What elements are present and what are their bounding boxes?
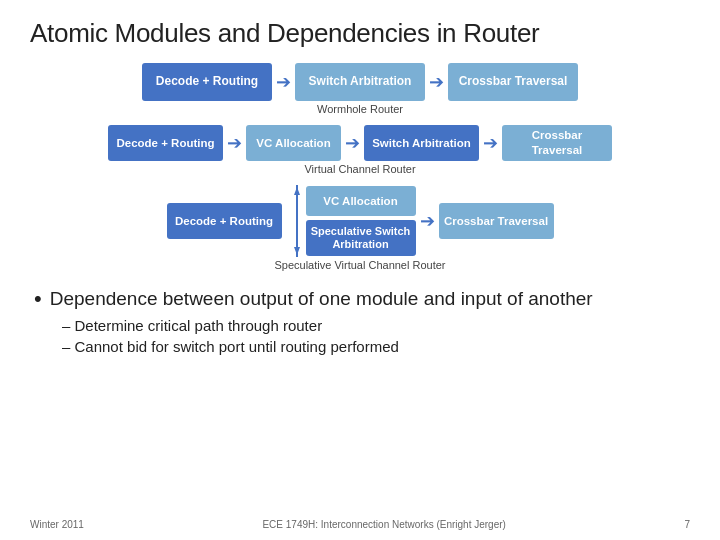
spec-switch-box: Speculative Switch Arbitration xyxy=(306,220,416,256)
vc-cross-box: Crossbar Traversal xyxy=(502,125,612,161)
arrow-2: ➔ xyxy=(425,71,448,93)
arrow-5: ➔ xyxy=(479,132,502,154)
footer-center: ECE 1749H: Interconnection Networks (Enr… xyxy=(262,519,505,530)
spec-row: Decode + Routing VC Allocation Speculati… xyxy=(30,185,690,257)
arrow-3: ➔ xyxy=(223,132,246,154)
arrow-4: ➔ xyxy=(341,132,364,154)
arrow-7: ➔ xyxy=(416,210,439,232)
spec-label: Speculative Virtual Channel Router xyxy=(30,259,690,271)
bullets-section: • Dependence between output of one modul… xyxy=(30,287,690,357)
spec-cross-box: Crossbar Traversal xyxy=(439,203,554,239)
spec-vc-box: VC Allocation xyxy=(306,186,416,216)
footer: Winter 2011 ECE 1749H: Interconnection N… xyxy=(30,515,690,530)
bullet-sub-2: – Cannot bid for switch port until routi… xyxy=(62,336,690,357)
footer-left: Winter 2011 xyxy=(30,519,84,530)
svg-marker-2 xyxy=(294,247,300,255)
bullet-dot: • xyxy=(34,287,42,311)
bullet-sub-1: – Determine critical path through router xyxy=(62,315,690,336)
slide: Atomic Modules and Dependencies in Route… xyxy=(0,0,720,540)
wormhole-section: Decode + Routing ➔ Switch Arbitration ➔ … xyxy=(30,63,690,121)
wormhole-row: Decode + Routing ➔ Switch Arbitration ➔ … xyxy=(30,63,690,101)
vc-decode-box: Decode + Routing xyxy=(108,125,223,161)
fork-arrow xyxy=(290,185,304,257)
footer-right: 7 xyxy=(684,519,690,530)
spec-decode-box: Decode + Routing xyxy=(167,203,282,239)
bullet-main-text: Dependence between output of one module … xyxy=(50,287,593,311)
vc-label: Virtual Channel Router xyxy=(30,163,690,175)
wormhole-label: Wormhole Router xyxy=(30,103,690,115)
arrow-1: ➔ xyxy=(272,71,295,93)
wormhole-switch-box: Switch Arbitration xyxy=(295,63,425,101)
wormhole-cross-box: Crossbar Traversal xyxy=(448,63,578,101)
wormhole-decode-box: Decode + Routing xyxy=(142,63,272,101)
page-title: Atomic Modules and Dependencies in Route… xyxy=(30,18,690,49)
bullet-main: • Dependence between output of one modul… xyxy=(34,287,690,311)
vc-row: Decode + Routing ➔ VC Allocation ➔ Switc… xyxy=(30,125,690,161)
spec-section: Decode + Routing VC Allocation Speculati… xyxy=(30,185,690,277)
vc-switch-box: Switch Arbitration xyxy=(364,125,479,161)
vc-section: Decode + Routing ➔ VC Allocation ➔ Switc… xyxy=(30,125,690,181)
svg-marker-1 xyxy=(294,187,300,195)
arrow-6 xyxy=(288,185,306,257)
vc-vc-box: VC Allocation xyxy=(246,125,341,161)
